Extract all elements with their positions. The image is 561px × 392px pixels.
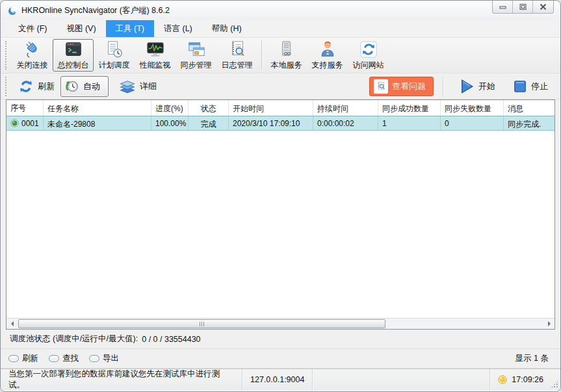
app-logo-icon: [7, 5, 18, 16]
scroll-left-button[interactable]: [7, 319, 18, 329]
performance-button[interactable]: 性能监视: [135, 39, 176, 72]
toolbar-separator: [261, 40, 262, 70]
list-export-button[interactable]: 导出: [89, 353, 119, 364]
col-header-duration[interactable]: 持续时间: [313, 100, 378, 116]
col-header-success-count[interactable]: 同步成功数量: [378, 100, 441, 116]
maximize-button[interactable]: [513, 1, 533, 13]
main-console-button[interactable]: 总控制台: [53, 39, 94, 72]
action-bar: 刷新 自动 详细: [1, 73, 560, 99]
list-toolbar: 刷新 查找 导出 显示 1 条: [1, 349, 560, 369]
list-export-label: 导出: [103, 353, 119, 364]
menu-file[interactable]: 文件 (F): [8, 20, 57, 37]
scheduler-status-value: 0 / 0 / 33554430: [142, 335, 200, 344]
minimize-button[interactable]: [493, 1, 513, 13]
sync-manage-button[interactable]: 同步管理: [176, 39, 216, 72]
toolbar-grip[interactable]: [5, 41, 7, 70]
start-button[interactable]: 开始: [452, 75, 501, 98]
close-connection-button[interactable]: 关闭连接: [12, 39, 53, 72]
toolbar-item-label: 性能监视: [140, 60, 171, 71]
cell-duration: 0:00:00:02: [313, 116, 378, 130]
server-icon: [277, 40, 296, 59]
auto-label: 自动: [83, 81, 100, 92]
cell-task-name: 未命名-29808: [44, 116, 151, 130]
small-button-icon: [49, 355, 59, 362]
stop-icon: [512, 79, 528, 94]
horizontal-scrollbar[interactable]: [7, 318, 554, 329]
detail-button[interactable]: 详细: [112, 75, 163, 98]
toolbar-item-label: 同步管理: [181, 60, 212, 71]
list-refresh-label: 刷新: [22, 353, 38, 364]
start-label: 开始: [478, 81, 495, 92]
main-toolbar: 关闭连接 总控制台: [1, 38, 560, 73]
play-icon: [458, 78, 475, 95]
auto-clock-icon: [64, 79, 80, 94]
status-time-panel: 17:09:26: [489, 369, 560, 390]
log-manage-button[interactable]: 日志管理: [216, 39, 257, 72]
status-spacer: [313, 369, 489, 390]
task-grid: 序号 任务名称 进度(%) 状态 开始时间 持续时间 同步成功数量 同步失败数量…: [6, 99, 555, 330]
support-service-button[interactable]: 支持服务: [307, 39, 348, 72]
list-refresh-button[interactable]: 刷新: [8, 353, 38, 364]
toolbar-item-label: 关闭连接: [17, 60, 48, 71]
col-header-progress[interactable]: 进度(%): [151, 100, 189, 116]
stop-button[interactable]: 停止: [506, 76, 554, 97]
scrollbar-thumb[interactable]: [18, 319, 385, 328]
scroll-right-button[interactable]: [543, 319, 554, 329]
local-service-button[interactable]: 本地服务: [266, 39, 307, 72]
log-icon: [228, 40, 247, 59]
cell-start-time: 2020/3/10 17:09:10: [229, 116, 313, 130]
toolbar-item-label: 总控制台: [58, 60, 89, 71]
col-header-fail-count[interactable]: 同步失败数量: [441, 100, 504, 116]
stop-label: 停止: [531, 81, 548, 92]
view-issues-label: 查看问题: [392, 81, 426, 92]
small-button-icon: [8, 355, 19, 362]
cell-success-count: 1: [378, 116, 441, 130]
action-bar-right: 查看问题 开始 停止: [369, 75, 554, 98]
toolbar-item-label: 本地服务: [271, 60, 302, 71]
status-led-green-icon: [10, 119, 19, 127]
website-sync-icon: [359, 40, 378, 59]
sync-manage-icon: [187, 40, 206, 59]
schedule-button[interactable]: 计划调度: [94, 39, 135, 72]
grid-header: 序号 任务名称 进度(%) 状态 开始时间 持续时间 同步成功数量 同步失败数量…: [7, 100, 554, 116]
clock-led-yellow-icon: [498, 375, 507, 384]
table-row[interactable]: 0001 未命名-29808 100.00% 完成 2020/3/10 17:0…: [7, 116, 554, 131]
col-header-message[interactable]: 消息: [504, 100, 554, 116]
window-title: HKROnline SyncNavigator (客户端) 8.6.2: [21, 5, 170, 16]
list-find-label: 查找: [62, 353, 79, 364]
title-bar: HKROnline SyncNavigator (客户端) 8.6.2: [1, 1, 560, 20]
refresh-label: 刷新: [38, 81, 55, 92]
actionbar-separator: [443, 77, 443, 96]
seq-value: 0001: [21, 119, 39, 128]
status-message: 当您第一次部署到您的数据库前建议您先在测试库中进行测试。: [1, 369, 242, 390]
menu-tools[interactable]: 工具 (T): [106, 20, 154, 37]
toolbar-item-label: 计划调度: [99, 60, 130, 71]
schedule-icon: [105, 40, 124, 59]
record-count: 显示 1 条: [515, 353, 553, 364]
toolbar-item-label: 日志管理: [222, 60, 253, 71]
issues-log-icon: [374, 79, 388, 94]
col-header-task-name[interactable]: 任务名称: [44, 100, 151, 116]
support-person-icon: [318, 40, 337, 59]
menu-help[interactable]: 帮助 (H): [202, 20, 252, 37]
col-header-start-time[interactable]: 开始时间: [229, 100, 313, 116]
menu-language[interactable]: 语言 (L): [154, 20, 202, 37]
window-controls: [492, 1, 554, 14]
performance-icon: [146, 40, 165, 59]
app-window: HKROnline SyncNavigator (客户端) 8.6.2 文件 (…: [0, 0, 561, 392]
view-issues-button[interactable]: 查看问题: [369, 77, 434, 96]
menu-view[interactable]: 视图 (V): [57, 20, 105, 37]
small-button-icon: [89, 355, 99, 362]
refresh-button[interactable]: 刷新: [12, 75, 60, 98]
actionbar-grip[interactable]: [5, 77, 7, 96]
auto-toggle-button[interactable]: 自动: [60, 76, 109, 97]
scheduler-status-label: 调度池状态 (调度中/运行中/最大值):: [10, 333, 138, 345]
detail-layers-icon: [118, 78, 137, 95]
close-button[interactable]: [533, 1, 553, 13]
col-header-status[interactable]: 状态: [189, 100, 229, 116]
col-header-seq[interactable]: 序号: [7, 100, 44, 116]
refresh-icon: [18, 78, 34, 95]
list-find-button[interactable]: 查找: [49, 353, 79, 364]
cell-fail-count: 0: [441, 116, 504, 130]
visit-website-button[interactable]: 访问网站: [348, 39, 389, 72]
